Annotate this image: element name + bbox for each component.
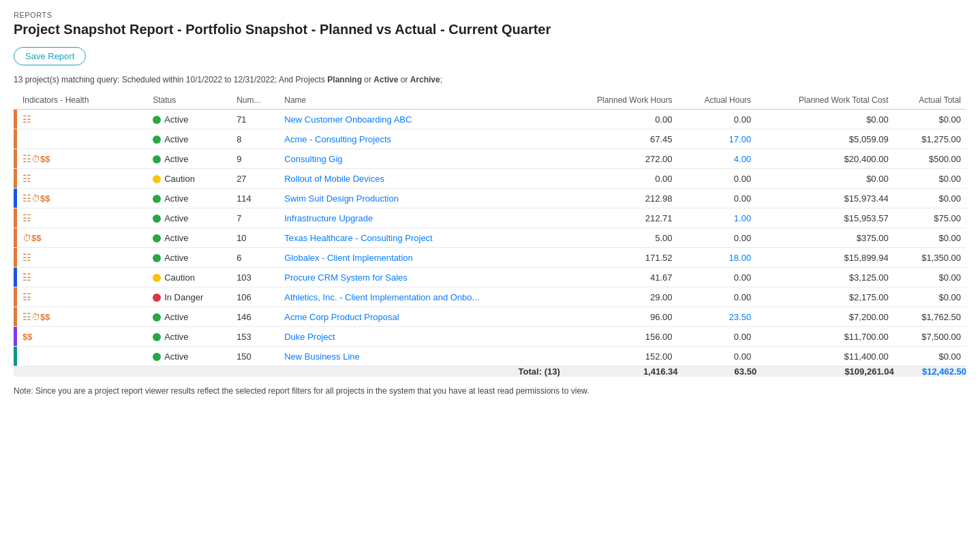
planned-hours-cell: 212.71 bbox=[560, 208, 678, 228]
table-row: ☷Active7Infrastructure Upgrade212.711.00… bbox=[14, 208, 966, 228]
planned-hours-cell: 29.00 bbox=[560, 287, 678, 307]
status-dot bbox=[153, 215, 161, 223]
page-title: Project Snapshot Report - Portfolio Snap… bbox=[14, 22, 966, 37]
num-cell: 27 bbox=[231, 169, 279, 189]
project-link[interactable]: Acme - Consulting Projects bbox=[284, 134, 391, 144]
footer-planned-cost: $109,261.04 bbox=[756, 366, 894, 377]
indicator-cell: ☷⏱$$ bbox=[17, 307, 147, 327]
table-row: ☷⏱$$Active9Consulting Gig272.004.00$20,4… bbox=[14, 149, 966, 169]
planned-cost-cell: $11,400.00 bbox=[756, 347, 894, 366]
project-link[interactable]: Duke Project bbox=[284, 332, 335, 342]
indicator-cell: $$ bbox=[17, 327, 147, 347]
project-link[interactable]: Texas Healthcare - Consulting Project bbox=[284, 233, 433, 243]
clock-icon: ⏱ bbox=[31, 193, 40, 204]
project-link[interactable]: New Business Line bbox=[284, 351, 360, 362]
actual-hours-cell: 1.00 bbox=[677, 208, 756, 228]
status-text: Active bbox=[164, 253, 188, 263]
header-planned-cost: Planned Work Total Cost bbox=[756, 91, 894, 110]
header-num: Num... bbox=[231, 91, 279, 110]
name-cell: Infrastructure Upgrade bbox=[279, 208, 560, 228]
table-row: ☷Caution27Rollout of Mobile Devices0.000… bbox=[14, 169, 966, 189]
clock-icon: ⏱ bbox=[31, 154, 40, 164]
num-cell: 114 bbox=[231, 189, 279, 208]
planned-hours-cell: 0.00 bbox=[560, 110, 678, 129]
indicator-cell: ☷ bbox=[17, 208, 147, 228]
footer-planned-hours: 1,416.34 bbox=[560, 366, 678, 377]
table-row: ☷Caution103Procure CRM System for Sales4… bbox=[14, 268, 966, 287]
project-link[interactable]: New Customer Onboarding ABC bbox=[284, 114, 412, 125]
planned-hours-cell: 212.98 bbox=[560, 189, 678, 208]
status-dot bbox=[153, 116, 161, 124]
actual-hours-cell: 0.00 bbox=[677, 228, 756, 248]
footer-num bbox=[231, 366, 279, 377]
status-text: Active bbox=[164, 134, 188, 144]
grid-icon: ☷ bbox=[22, 272, 31, 283]
query-info: 13 project(s) matching query: Scheduled … bbox=[14, 75, 966, 84]
actual-total-cell: $75.00 bbox=[894, 208, 966, 228]
status-text: Active bbox=[164, 233, 188, 243]
actual-hours-cell: 4.00 bbox=[677, 149, 756, 169]
status-dot bbox=[153, 136, 161, 144]
status-text: Active bbox=[164, 154, 188, 164]
num-cell: 8 bbox=[231, 129, 279, 149]
indicator-cell: ☷ bbox=[17, 287, 147, 307]
actual-total-cell: $1,762.50 bbox=[894, 307, 966, 327]
footer-row: Total: (13) 1,416.34 63.50 $109,261.04 $… bbox=[14, 366, 966, 377]
name-cell: Duke Project bbox=[279, 327, 560, 347]
status-text: Active bbox=[164, 312, 188, 322]
grid-icon: ☷ bbox=[22, 311, 31, 322]
planned-hours-cell: 67.45 bbox=[560, 129, 678, 149]
indicator-cell: ⏱$$ bbox=[17, 228, 147, 248]
page-container: REPORTS Project Snapshot Report - Portfo… bbox=[0, 0, 980, 536]
status-cell: Active bbox=[147, 347, 231, 366]
project-link[interactable]: Procure CRM System for Sales bbox=[284, 272, 408, 283]
status-text: Active bbox=[164, 193, 188, 204]
planned-cost-cell: $11,700.00 bbox=[756, 327, 894, 347]
name-cell: Acme - Consulting Projects bbox=[279, 129, 560, 149]
project-link[interactable]: Infrastructure Upgrade bbox=[284, 213, 373, 223]
project-link[interactable]: Acme Corp Product Proposal bbox=[284, 312, 399, 322]
footer-label: Total: (13) bbox=[279, 366, 560, 377]
name-cell: Swim Suit Design Production bbox=[279, 189, 560, 208]
table-row: ☷Active71New Customer Onboarding ABC0.00… bbox=[14, 110, 966, 129]
planned-cost-cell: $7,200.00 bbox=[756, 307, 894, 327]
dollar-icon: $ bbox=[45, 193, 50, 204]
indicator-cell: ☷⏱$$ bbox=[17, 149, 147, 169]
name-cell: Consulting Gig bbox=[279, 149, 560, 169]
project-link[interactable]: Athletics, Inc. - Client Implementation … bbox=[284, 292, 479, 302]
status-dot bbox=[153, 274, 161, 282]
actual-total-cell: $0.00 bbox=[894, 347, 966, 366]
table-body: ☷Active71New Customer Onboarding ABC0.00… bbox=[14, 110, 966, 366]
actual-total-cell: $1,350.00 bbox=[894, 248, 966, 268]
project-link[interactable]: Globalex - Client Implementation bbox=[284, 253, 413, 263]
actual-hours-cell: 0.00 bbox=[677, 268, 756, 287]
actual-hours-cell: 23.50 bbox=[677, 307, 756, 327]
indicator-cell: ☷ bbox=[17, 169, 147, 189]
status-cell: Active bbox=[147, 248, 231, 268]
status-dot bbox=[153, 294, 161, 302]
status-dot bbox=[153, 353, 161, 361]
status-cell: Active bbox=[147, 327, 231, 347]
grid-icon: ☷ bbox=[22, 252, 31, 263]
actual-hours-cell: 0.00 bbox=[677, 169, 756, 189]
status-text: Active bbox=[164, 351, 188, 362]
status-cell: Active bbox=[147, 189, 231, 208]
status-cell: Caution bbox=[147, 169, 231, 189]
status-text: Active bbox=[164, 332, 188, 342]
project-link[interactable]: Rollout of Mobile Devices bbox=[284, 174, 384, 184]
project-link[interactable]: Consulting Gig bbox=[284, 154, 342, 164]
project-link[interactable]: Swim Suit Design Production bbox=[284, 193, 399, 204]
num-cell: 71 bbox=[231, 110, 279, 129]
actual-hours-cell: 0.00 bbox=[677, 347, 756, 366]
table-row: Active8Acme - Consulting Projects67.4517… bbox=[14, 129, 966, 149]
indicator-cell: ☷ bbox=[17, 110, 147, 129]
table-row: ☷In Danger106Athletics, Inc. - Client Im… bbox=[14, 287, 966, 307]
status-dot bbox=[153, 333, 161, 341]
name-cell: Texas Healthcare - Consulting Project bbox=[279, 228, 560, 248]
save-report-button[interactable]: Save Report bbox=[14, 47, 86, 65]
name-cell: New Business Line bbox=[279, 347, 560, 366]
planned-cost-cell: $5,059.09 bbox=[756, 129, 894, 149]
num-cell: 106 bbox=[231, 287, 279, 307]
header-planned-hours: Planned Work Hours bbox=[560, 91, 678, 110]
name-cell: Rollout of Mobile Devices bbox=[279, 169, 560, 189]
